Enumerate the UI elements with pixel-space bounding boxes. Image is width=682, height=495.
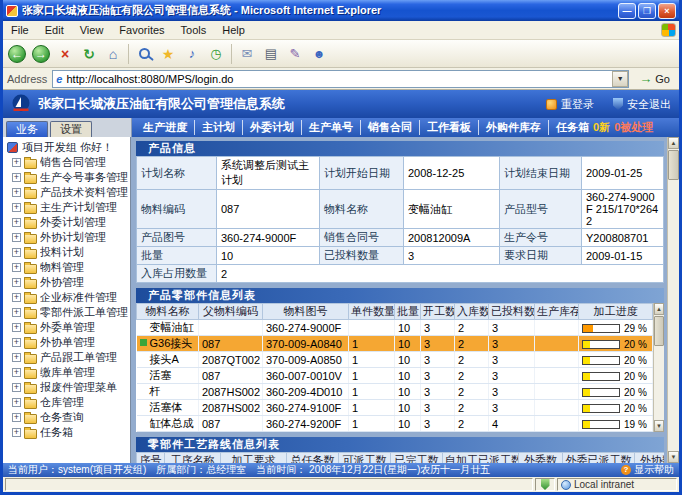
parts-column-header[interactable]: 物料名称 <box>137 304 199 320</box>
parts-column-header[interactable]: 加工进度 <box>579 304 653 320</box>
route-column-header[interactable]: 可派工数 <box>339 453 391 464</box>
home-button[interactable]: ⌂ <box>104 44 122 64</box>
sidebar-item[interactable]: + 任务箱 <box>4 425 129 440</box>
sidebar-item[interactable]: + 零部件派工单管理 <box>4 305 129 320</box>
menu-item[interactable]: File <box>3 24 37 36</box>
sidebar-item[interactable]: + 外协计划管理 <box>4 230 129 245</box>
sidebar-item[interactable]: + 外委计划管理 <box>4 215 129 230</box>
sidebar-item[interactable]: + 销售合同管理 <box>4 155 129 170</box>
close-button[interactable]: × <box>658 3 676 19</box>
history-button[interactable]: ◷ <box>207 44 225 64</box>
sidebar-item[interactable]: + 产品跟工单管理 <box>4 350 129 365</box>
expand-icon[interactable]: + <box>12 263 21 272</box>
menu-item[interactable]: Favorites <box>111 24 172 36</box>
parts-row[interactable]: 缸体总成 087 360-274-9200F 1 10 3 2 4 <box>137 416 653 432</box>
route-column-header[interactable]: 已完工数 <box>391 453 443 464</box>
expand-icon[interactable]: + <box>12 323 21 332</box>
scroll-up-icon[interactable]: ▲ <box>668 137 679 149</box>
nav-item[interactable]: 销售合同 <box>361 120 420 135</box>
scroll-thumb[interactable] <box>654 316 664 346</box>
parts-row[interactable]: 杆 2087HS002 360-209-4D010 1 10 3 2 3 <box>137 384 653 400</box>
parts-column-header[interactable]: 入库数 <box>455 304 489 320</box>
route-column-header[interactable]: 序号 <box>137 453 165 464</box>
address-dropdown-icon[interactable]: ▼ <box>612 71 628 87</box>
nav-item[interactable]: 工作看板 <box>420 120 479 135</box>
route-column-header[interactable]: 加工要求 <box>221 453 287 464</box>
logout-button[interactable]: 安全退出 <box>613 97 671 112</box>
expand-icon[interactable]: + <box>12 428 21 437</box>
nav-item[interactable]: 生产单号 <box>302 120 361 135</box>
nav-item-taskbox[interactable]: 任务箱 0新 0被处理 <box>549 120 660 135</box>
go-button[interactable]: → Go <box>634 69 675 89</box>
sidebar-item[interactable]: + 产品技术资料管理 <box>4 185 129 200</box>
expand-icon[interactable]: + <box>12 218 21 227</box>
mail-button[interactable]: ✉ <box>238 44 256 64</box>
expand-icon[interactable]: + <box>12 203 21 212</box>
edit-button[interactable]: ✎ <box>286 44 304 64</box>
expand-icon[interactable]: + <box>12 248 21 257</box>
scroll-down-icon[interactable]: ▼ <box>654 420 664 432</box>
expand-icon[interactable]: + <box>12 308 21 317</box>
tab-business[interactable]: 业务 <box>6 121 48 137</box>
route-column-header[interactable]: 外委已派工数 <box>563 453 635 464</box>
menu-item[interactable]: Help <box>214 24 253 36</box>
search-button[interactable] <box>135 44 153 64</box>
parts-scrollbar[interactable]: ▲ ▼ <box>653 303 664 432</box>
parts-column-header[interactable]: 批量 <box>395 304 421 320</box>
maximize-button[interactable]: ❐ <box>638 3 656 19</box>
media-button[interactable]: ♪ <box>183 44 201 64</box>
forward-button[interactable]: → <box>32 44 50 64</box>
expand-icon[interactable]: + <box>12 188 21 197</box>
main-scrollbar[interactable]: ▲ ▼ <box>667 137 679 463</box>
parts-column-header[interactable]: 开工数 <box>421 304 455 320</box>
route-column-header[interactable]: 总任务数 <box>287 453 339 464</box>
parts-column-header[interactable]: 父物料编码 <box>199 304 263 320</box>
route-column-header[interactable]: 外协数 <box>635 453 665 464</box>
show-help-button[interactable]: ? 显示帮助 <box>621 463 674 477</box>
parts-column-header[interactable]: 单件数量 <box>349 304 395 320</box>
sidebar-item[interactable]: + 企业标准件管理 <box>4 290 129 305</box>
back-button[interactable]: ← <box>8 44 26 64</box>
tab-settings[interactable]: 设置 <box>50 121 92 137</box>
nav-item[interactable]: 主计划 <box>195 120 243 135</box>
stop-button[interactable]: × <box>56 44 74 64</box>
parts-row[interactable]: G36接头 087 370-009-A0840 1 10 3 2 3 <box>137 336 653 352</box>
sidebar-item[interactable]: + 外协管理 <box>4 275 129 290</box>
minimize-button[interactable]: — <box>618 3 636 19</box>
sidebar-item[interactable]: + 主生产计划管理 <box>4 200 129 215</box>
expand-icon[interactable]: + <box>12 383 21 392</box>
sidebar-item[interactable]: + 外委单管理 <box>4 320 129 335</box>
sidebar-item[interactable]: + 生产令号事务管理 <box>4 170 129 185</box>
parts-row[interactable]: 活塞体 2087HS002 360-274-9100F 1 10 3 2 3 <box>137 400 653 416</box>
refresh-button[interactable]: ↻ <box>80 44 98 64</box>
expand-icon[interactable]: + <box>12 173 21 182</box>
sidebar-item[interactable]: + 投料计划 <box>4 245 129 260</box>
nav-item[interactable]: 生产进度 <box>136 120 195 135</box>
nav-item[interactable]: 外购件库存 <box>479 120 549 135</box>
parts-row[interactable]: 接头A 2087QT002 370-009-A0850 1 10 3 2 3 <box>137 352 653 368</box>
scroll-thumb[interactable] <box>668 150 679 180</box>
address-input[interactable] <box>66 71 612 87</box>
sidebar-item[interactable]: + 仓务查询 <box>4 410 129 425</box>
expand-icon[interactable]: + <box>12 233 21 242</box>
parts-row[interactable]: 活塞 087 360-007-0010V 1 10 3 2 3 <box>137 368 653 384</box>
parts-column-header[interactable]: 物料图号 <box>263 304 349 320</box>
messenger-button[interactable]: ☻ <box>310 44 328 64</box>
expand-icon[interactable]: + <box>12 368 21 377</box>
title-bar[interactable]: 张家口长城液压油缸有限公司管理信息系统 - Microsoft Internet… <box>3 0 679 21</box>
expand-icon[interactable]: + <box>12 158 21 167</box>
sidebar-item[interactable]: + 缴库单管理 <box>4 365 129 380</box>
scroll-up-icon[interactable]: ▲ <box>654 303 664 315</box>
menu-item[interactable]: Tools <box>173 24 215 36</box>
route-column-header[interactable]: 外委数 <box>519 453 563 464</box>
expand-icon[interactable]: + <box>12 413 21 422</box>
nav-item[interactable]: 外委计划 <box>243 120 302 135</box>
route-column-header[interactable]: 自加工已派工数 <box>443 453 519 464</box>
sidebar-item[interactable]: + 仓库管理 <box>4 395 129 410</box>
relogin-button[interactable]: 重登录 <box>546 97 594 112</box>
sidebar-item[interactable]: + 外协单管理 <box>4 335 129 350</box>
parts-column-header[interactable]: 已投料数 <box>489 304 535 320</box>
sidebar-item[interactable]: + 报废件管理菜单 <box>4 380 129 395</box>
expand-icon[interactable]: + <box>12 293 21 302</box>
menu-item[interactable]: View <box>72 24 112 36</box>
